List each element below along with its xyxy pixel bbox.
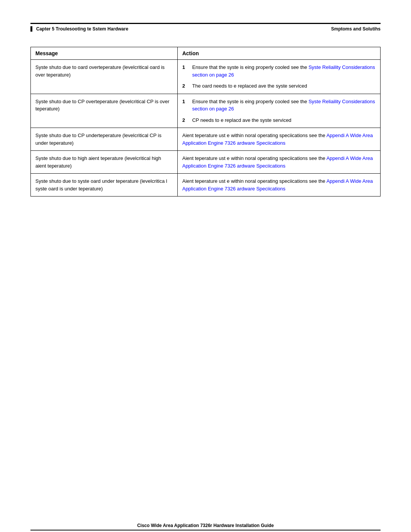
header-bar-icon xyxy=(30,26,32,32)
action-text-3-0: Aient teperature ust e within noral oper… xyxy=(182,155,376,169)
action-cell-4: Aient teperature ust e within noral oper… xyxy=(177,174,380,197)
action-text-1-0: Ensure that the syste is eing properly c… xyxy=(192,98,376,113)
action-cell-1: 1Ensure that the syste is eing properly … xyxy=(177,94,380,128)
footer-center-text: Cisco Wide Area Application 7326r Hardwa… xyxy=(30,523,381,528)
action-item-2-0: Aient teperature ust e within noral oper… xyxy=(182,132,376,147)
action-item-0-0: 1Ensure that the syste is eing properly … xyxy=(182,64,376,78)
action-link-3-0[interactable]: Appendi A Wide Area Application Engine 7… xyxy=(182,155,373,169)
header-chapter: Capter 5 Troulesooting te Sstem Hardware xyxy=(30,26,128,32)
action-item-1-0: 1Ensure that the syste is eing properly … xyxy=(182,98,376,113)
message-cell-2: Syste shuto due to CP underteperature (l… xyxy=(31,128,178,151)
action-link-4-0[interactable]: Appendi A Wide Area Application Engine 7… xyxy=(182,178,373,192)
message-cell-3: Syste shuto due to high aient teperature… xyxy=(31,151,178,174)
col-action-header: Action xyxy=(177,47,380,60)
action-text-0-1: The oard needs to e replaced ave the sys… xyxy=(192,82,376,90)
main-content: Message Action Syste shuto due to oard o… xyxy=(30,47,381,197)
chapter-text: Capter 5 Troulesooting te Sstem Hardware xyxy=(36,26,128,32)
message-cell-1: Syste shuto due to CP overteperature (le… xyxy=(31,94,178,128)
action-item-0-1: 2The oard needs to e replaced ave the sy… xyxy=(182,82,376,90)
action-cell-0: 1Ensure that the syste is eing properly … xyxy=(177,60,380,94)
action-item-4-0: Aient teperature ust e within noral oper… xyxy=(182,177,376,192)
action-num-0-1: 2 xyxy=(182,82,190,90)
action-link-0-0[interactable]: Syste Reliaility Considerations section … xyxy=(192,64,375,78)
page-footer: Cisco Wide Area Application 7326r Hardwa… xyxy=(30,523,381,532)
action-num-1-1: 2 xyxy=(182,117,190,124)
action-item-3-0: Aient teperature ust e within noral oper… xyxy=(182,155,376,169)
action-cell-2: Aient teperature ust e within noral oper… xyxy=(177,128,380,151)
col-message-header: Message xyxy=(31,47,178,60)
action-link-1-0[interactable]: Syste Reliaility Considerations section … xyxy=(192,99,375,112)
action-num-1-0: 1 xyxy=(182,98,190,105)
message-cell-0: Syste shuto due to oard overteperature (… xyxy=(31,60,178,94)
footer-bottom: OL-6831-02 5-65 xyxy=(30,530,381,532)
action-num-0-0: 1 xyxy=(182,64,190,71)
action-text-0-0: Ensure that the syste is eing properly c… xyxy=(192,64,376,78)
action-text-1-1: CP needs to e replacd ave the syste serv… xyxy=(192,117,376,124)
action-text-2-0: Aient teperature ust e within noral oper… xyxy=(182,132,376,147)
page-header: Capter 5 Troulesooting te Sstem Hardware… xyxy=(30,23,381,32)
message-cell-4: Syste shuto due to syste oard under tepe… xyxy=(31,174,178,197)
page-container: Capter 5 Troulesooting te Sstem Hardware… xyxy=(0,23,411,532)
action-item-1-1: 2CP needs to e replacd ave the syste ser… xyxy=(182,117,376,124)
header-section: Smptoms and Solutihs xyxy=(331,26,381,32)
action-link-2-0[interactable]: Appendi A Wide Area Application Engine 7… xyxy=(182,133,373,146)
symptoms-table: Message Action Syste shuto due to oard o… xyxy=(30,47,381,197)
action-cell-3: Aient teperature ust e within noral oper… xyxy=(177,151,380,174)
action-text-4-0: Aient teperature ust e within noral oper… xyxy=(182,177,376,192)
